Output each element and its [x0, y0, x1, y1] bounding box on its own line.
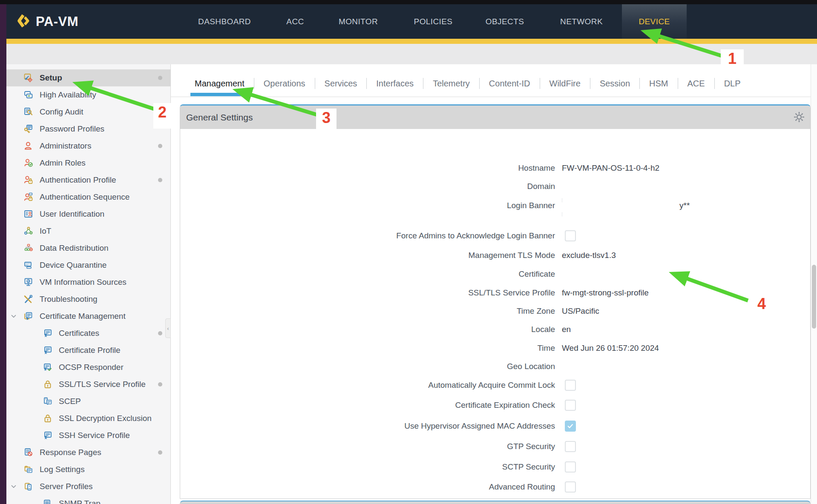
checkbox-force-admins-to-acknowledge-login-banner-unchecked[interactable] — [565, 230, 576, 241]
pa-vm-logo-icon — [17, 14, 32, 30]
sidebar-item-label: Log Settings — [40, 465, 85, 474]
sidebar-item-snmp-trap[interactable]: SNMP Trap — [6, 495, 170, 504]
gear-icon[interactable] — [793, 111, 805, 123]
sidebar-item-user-identification[interactable]: User Identification — [6, 206, 170, 223]
sidebar-item-label: User Identification — [40, 209, 104, 219]
nav-tab-objects[interactable]: OBJECTS — [486, 4, 524, 39]
sidebar-item-log-settings[interactable]: Log Settings — [6, 461, 170, 478]
panel-title: General Settings — [186, 112, 253, 123]
sidebar-item-administrators[interactable]: Administrators — [6, 137, 170, 155]
tab-ace[interactable]: ACE — [678, 74, 714, 93]
field-value-hostname: FW-VM-PAN-OS-11-0-4-h2 — [562, 162, 659, 175]
log-settings-icon — [23, 464, 34, 475]
toolbar-strip — [6, 44, 817, 64]
sidebar-item-data-redistribution[interactable]: Data Redistribution — [6, 240, 170, 257]
field-label-certificate: Certificate — [187, 268, 555, 281]
tab-hsm[interactable]: HSM — [640, 74, 677, 93]
item-dot — [158, 178, 162, 182]
brand-title: PA-VM — [36, 14, 78, 29]
field-label-management-tls-mode: Management TLS Mode — [187, 249, 555, 262]
sidebar-item-label: SSL/TLS Service Profile — [59, 380, 146, 389]
sidebar-item-label: SCEP — [59, 397, 81, 406]
sidebar-item-authentication-profile[interactable]: Authentication Profile — [6, 172, 170, 189]
sidebar-item-ssh-service-profile[interactable]: SSH Service Profile — [6, 427, 170, 444]
iot-icon — [23, 226, 34, 236]
textarea-edge-mark — [562, 198, 563, 202]
sidebar-item-ssl-tls-service-profile[interactable]: SSL/TLS Service Profile — [6, 376, 170, 393]
checkbox-certificate-expiration-check-unchecked[interactable] — [565, 400, 576, 411]
checkbox-advanced-routing-unchecked[interactable] — [565, 481, 576, 493]
sidebar-item-label: Data Redistribution — [40, 243, 109, 253]
administrators-icon — [23, 141, 34, 151]
high-availability-icon — [23, 90, 34, 100]
nav-tab-network[interactable]: NETWORK — [560, 4, 603, 39]
vm-information-sources-icon — [23, 277, 34, 287]
checkbox-sctp-security-unchecked[interactable] — [565, 461, 576, 472]
sidebar-item-setup[interactable]: Setup — [6, 69, 170, 86]
field-label-hostname: Hostname — [187, 162, 555, 175]
field-label-advanced-routing: Advanced Routing — [187, 481, 555, 493]
sidebar-item-ssl-decryption-exclusion[interactable]: SSL Decryption Exclusion — [6, 410, 170, 427]
sidebar-item-vm-information-sources[interactable]: VM Information Sources — [6, 274, 170, 291]
certificate-icon — [43, 345, 53, 355]
nav-tab-monitor[interactable]: MONITOR — [339, 4, 378, 39]
nav-tab-policies[interactable]: POLICIES — [414, 4, 453, 39]
tab-interfaces[interactable]: Interfaces — [367, 74, 423, 93]
setup-icon — [23, 73, 34, 83]
window-top-edge — [0, 0, 817, 4]
sidebar-item-troubleshooting[interactable]: Troubleshooting — [6, 291, 170, 308]
field-label-force-admins-to-acknowledge-login-banner: Force Admins to Acknowledge Login Banner — [187, 229, 555, 242]
tab-wildfire[interactable]: WildFire — [540, 74, 590, 93]
tab-dlp[interactable]: DLP — [715, 74, 750, 93]
sidebar-item-label: SNMP Trap — [59, 499, 101, 504]
field-label-time: Time — [187, 342, 555, 355]
sidebar-item-iot[interactable]: IoT — [6, 223, 170, 240]
tab-services[interactable]: Services — [315, 74, 367, 93]
nav-tab-device[interactable]: DEVICE — [639, 4, 670, 39]
pa-vm-app: PA-VM DASHBOARDACCMONITORPOLICIESOBJECTS… — [0, 0, 817, 504]
sidebar-item-label: Setup — [40, 73, 62, 83]
sidebar-item-ocsp-responder[interactable]: OCSP Responder — [6, 359, 170, 376]
tab-operations[interactable]: Operations — [254, 74, 315, 93]
password-profiles-icon — [23, 124, 34, 134]
sidebar-item-certificate-management[interactable]: Certificate Management — [6, 308, 170, 325]
checkbox-automatically-acquire-commit-lock-unchecked[interactable] — [565, 380, 576, 391]
field-label-domain: Domain — [187, 180, 555, 193]
sidebar-item-label: Certificates — [59, 329, 99, 338]
field-value-time-zone: US/Pacific — [562, 305, 599, 318]
chevron-down-icon[interactable] — [10, 483, 17, 490]
sidebar-item-label: Password Profiles — [40, 124, 104, 134]
checkbox-gtp-security-unchecked[interactable] — [565, 441, 576, 452]
field-label-sctp-security: SCTP Security — [187, 461, 555, 473]
sidebar-item-high-availability[interactable]: High Availability — [6, 86, 170, 103]
sidebar-item-authentication-sequence[interactable]: Authentication Sequence — [6, 189, 170, 206]
tab-telemetry[interactable]: Telemetry — [423, 74, 479, 93]
nav-tab-dashboard[interactable]: DASHBOARD — [198, 4, 251, 39]
sidebar-item-admin-roles[interactable]: Admin Roles — [6, 155, 170, 172]
sidebar-item-response-pages[interactable]: Response Pages — [6, 444, 170, 461]
tab-management[interactable]: Management — [185, 74, 254, 93]
ocsp-responder-icon — [43, 362, 53, 372]
sidebar-item-config-audit[interactable]: Config Audit — [6, 103, 170, 120]
sidebar-item-label: Response Pages — [40, 448, 101, 457]
field-value-login-banner: y** — [679, 199, 690, 212]
sidebar-item-device-quarantine[interactable]: Device Quarantine — [6, 257, 170, 274]
sidebar-item-server-profiles[interactable]: Server Profiles — [6, 478, 170, 495]
sidebar-item-scep[interactable]: SCEP — [6, 393, 170, 410]
tab-session[interactable]: Session — [590, 74, 639, 93]
device-tabbar: ManagementOperationsServicesInterfacesTe… — [171, 64, 817, 97]
tab-content-id[interactable]: Content-ID — [480, 74, 540, 93]
field-label-ssl-tls-service-profile: SSL/TLS Service Profile — [187, 286, 555, 299]
field-label-locale: Locale — [187, 323, 555, 336]
field-label-use-hypervisor-assigned-mac-addresses: Use Hypervisor Assigned MAC Addresses — [187, 420, 555, 432]
nav-tab-acc[interactable]: ACC — [286, 4, 304, 39]
certificate-icon — [43, 328, 53, 338]
sidebar-item-certificates[interactable]: Certificates — [6, 325, 170, 342]
sidebar-item-password-profiles[interactable]: Password Profiles — [6, 120, 170, 137]
sidebar-item-label: Config Audit — [40, 107, 83, 117]
checkbox-use-hypervisor-assigned-mac-addresses-checked[interactable] — [565, 421, 576, 432]
sidebar-item-certificate-profile[interactable]: Certificate Profile — [6, 342, 170, 359]
chevron-down-icon[interactable] — [10, 312, 17, 320]
scrollbar-thumb[interactable] — [812, 265, 816, 329]
sidebar-collapse-handle[interactable]: ‹ — [165, 318, 171, 338]
